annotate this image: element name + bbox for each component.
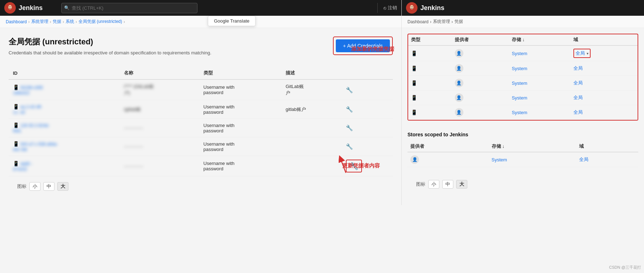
search-container: 🔍 — [61, 3, 197, 13]
cell-type: 📱 — [408, 45, 452, 61]
size-large-btn[interactable]: 大 — [57, 182, 68, 191]
cell-domain: 全局 — [571, 91, 638, 105]
stores-cell-provider: 👤 — [407, 152, 489, 167]
cell-store: System — [509, 61, 571, 76]
cell-store: System — [509, 45, 571, 61]
wrench-icon[interactable]: 🔧 — [346, 87, 353, 93]
stores-col-domain: 域 — [576, 141, 638, 152]
cell-desc — [281, 156, 342, 176]
phone-icon: 📱 — [411, 80, 417, 86]
breadcrumb-system[interactable]: 系统 — [66, 19, 74, 25]
cell-domain: 全局 — [571, 105, 638, 120]
search-input[interactable] — [61, 3, 197, 13]
right-breadcrumb-credentials[interactable]: 凭据 — [454, 19, 463, 25]
credential-id-link[interactable]: 044 a7-c 638-a9da-e6c 0dt — [13, 142, 58, 152]
cell-provider: 👤 — [452, 91, 509, 105]
right-size-small-btn[interactable]: 小 — [428, 180, 439, 189]
right-size-large-btn[interactable]: 大 — [456, 180, 467, 189]
phone-icon: 📱 — [411, 95, 417, 101]
right-size-medium-btn[interactable]: 中 — [442, 180, 453, 189]
domain-link[interactable]: 全局 — [573, 95, 583, 100]
table-row: 📱 126 93 2-924d-f081 ··············· Use… — [9, 119, 393, 137]
cell-desc: GitLab账户 — [281, 79, 342, 100]
system-link[interactable]: System — [512, 81, 527, 86]
google-translate-popup: Google Translate — [208, 16, 256, 26]
col-type: 类型 — [408, 34, 452, 45]
phone-icon: 📱 — [411, 50, 417, 56]
system-link[interactable]: System — [512, 51, 527, 56]
system-link[interactable]: System — [492, 157, 507, 162]
wrench-icon[interactable]: 🔧 — [346, 125, 353, 131]
stores-table-row: 👤 System 全局 — [407, 152, 638, 167]
size-medium-btn[interactable]: 中 — [43, 182, 54, 191]
domain-link[interactable]: 全局 — [576, 50, 585, 56]
cell-type: 📱 — [408, 76, 452, 91]
right-breadcrumb: Dashboard › 系统管理 › 凭据 — [402, 16, 644, 28]
breadcrumb-sysadmin[interactable]: 系统管理 — [31, 19, 48, 25]
right-global-table-container: 类型 提供者 存储 ↓ 域 📱 👤 System — [407, 34, 638, 121]
cell-provider: 👤 — [452, 61, 509, 76]
size-small-btn[interactable]: 小 — [29, 182, 40, 191]
jenkins-title-left: Jenkins — [19, 4, 43, 12]
system-link[interactable]: System — [512, 66, 527, 71]
phone-icon: 📱 — [411, 65, 417, 71]
right-header: Jenkins — [402, 0, 644, 16]
breadcrumb-credentials[interactable]: 凭据 — [53, 19, 61, 25]
credentials-table: ID 名称 类型 描述 📱 91036-c065186b422 — [9, 67, 393, 176]
right-table-row: 📱 👤 System 全局 — [408, 61, 638, 76]
cell-action[interactable]: 🔧 — [342, 137, 393, 156]
dropdown-arrow[interactable]: ▾ — [587, 52, 588, 55]
right-breadcrumb-sysadmin[interactable]: 系统管理 — [433, 19, 450, 25]
domain-link[interactable]: 全局 — [579, 157, 588, 162]
stores-cell-store: System — [489, 152, 576, 167]
cell-name: ··············· — [120, 156, 199, 176]
cell-type: Username withpassword — [199, 137, 281, 156]
cell-id: 📱 91036-c065186b422 — [9, 79, 120, 100]
person-icon: 👤 — [455, 108, 463, 117]
cell-action[interactable]: 🔧 — [342, 119, 393, 137]
table-row: 📱 044 a7-c 638-a9da-e6c 0dt ············… — [9, 137, 393, 156]
cell-action[interactable]: 🔧 — [342, 79, 393, 100]
cell-store: System — [509, 76, 571, 91]
col-name: 名称 — [120, 67, 199, 79]
breadcrumb-global[interactable]: 全局凭据 (unrestricted) — [78, 19, 122, 25]
breadcrumb-dashboard[interactable]: Dashboard — [6, 19, 27, 24]
col-type: 类型 — [199, 67, 281, 79]
col-domain: 域 — [571, 34, 638, 45]
cell-type: Username withpassword — [199, 119, 281, 137]
domain-link[interactable]: 全局 — [573, 65, 583, 71]
domain-link[interactable]: 全局 — [573, 80, 583, 86]
jenkins-logo-left — [4, 2, 16, 14]
cell-type: 📱 — [408, 61, 452, 76]
cell-type: Username withpassword — [199, 79, 281, 100]
table-row-highlighted: 📱 da80 -d7cb32 ··············· Username … — [9, 156, 393, 176]
col-store: 存储 ↓ — [509, 34, 571, 45]
right-breadcrumb-dashboard[interactable]: Dashboard — [407, 19, 429, 24]
svg-point-7 — [411, 6, 411, 7]
domain-link[interactable]: 全局 — [573, 109, 583, 115]
person-icon: 👤 — [410, 155, 419, 164]
stores-col-store: 存储 ↓ — [489, 141, 576, 152]
system-link[interactable]: System — [512, 95, 527, 101]
col-id: ID — [9, 67, 120, 79]
search-icon: 🔍 — [64, 5, 70, 10]
phone-icon: 📱 — [13, 161, 19, 166]
cell-desc — [281, 137, 342, 156]
person-icon: 👤 — [455, 49, 463, 58]
jenkins-title-right: Jenkins — [420, 4, 444, 12]
logout-icon: ⎋ — [383, 5, 386, 11]
logout-button[interactable]: ⎋ 注销 — [383, 5, 397, 11]
col-actions — [342, 67, 393, 79]
page-subtitle: Credentials that should be available irr… — [9, 50, 211, 55]
cell-type: Username withpassword — [199, 100, 281, 119]
cell-action[interactable]: 🔧 — [342, 100, 393, 119]
wrench-icon[interactable]: 🔧 — [346, 143, 353, 150]
icon-size-selector: 图标 小 中 大 — [9, 176, 393, 196]
logout-label: 注销 — [388, 5, 397, 11]
system-link[interactable]: System — [512, 110, 527, 115]
stores-col-provider: 提供者 — [407, 141, 489, 152]
wrench-icon[interactable]: 🔧 — [346, 106, 353, 112]
cell-store: System — [509, 91, 571, 105]
header-actions: Google Translate ⎋ 注销 — [377, 3, 397, 13]
cell-type: Username withpassword — [199, 156, 281, 176]
